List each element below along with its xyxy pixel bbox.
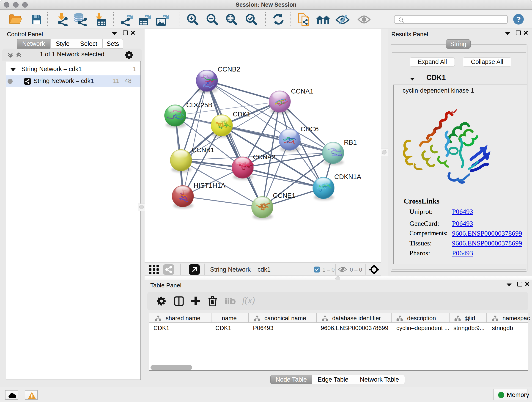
svg-text:CCNA2: CCNA2 [253, 153, 275, 161]
svg-text:CDC25B: CDC25B [186, 101, 212, 109]
svg-text:CDC6: CDC6 [301, 125, 319, 133]
svg-text:CCNA1: CCNA1 [291, 88, 313, 95]
svg-text:CCNB2: CCNB2 [218, 65, 240, 73]
svg-text:HIST1H1A: HIST1H1A [194, 182, 225, 189]
svg-text:CDKN1A: CDKN1A [334, 173, 361, 180]
svg-text:RB1: RB1 [344, 139, 357, 146]
svg-text:CDK1: CDK1 [233, 110, 250, 118]
svg-text:CCNB1: CCNB1 [192, 146, 214, 153]
svg-text:CCNE1: CCNE1 [273, 192, 295, 199]
